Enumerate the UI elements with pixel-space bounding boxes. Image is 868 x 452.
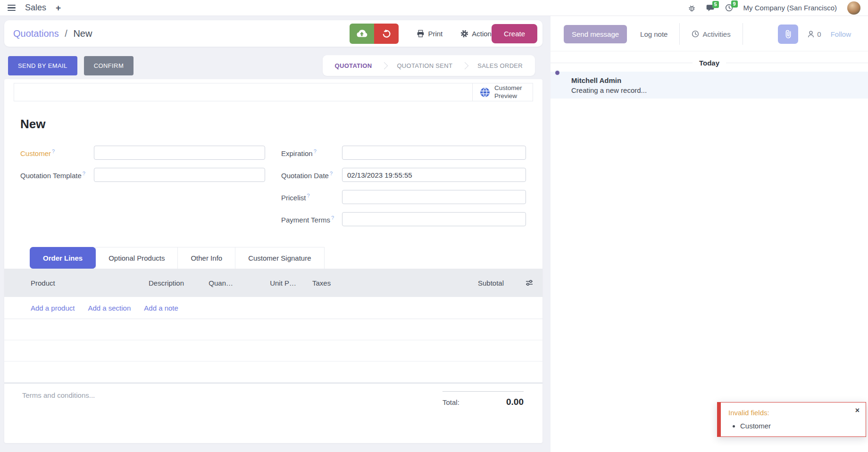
tab-other-info[interactable]: Other Info (177, 247, 235, 269)
discard-button[interactable] (374, 24, 399, 44)
quotation-date-label: Quotation Date? (281, 171, 342, 180)
order-lines-header: Product Description Quan… Unit P… Taxes … (4, 269, 542, 297)
create-button[interactable]: Create (492, 24, 537, 43)
breadcrumb-quotations[interactable]: Quotations (13, 28, 59, 39)
print-label: Print (428, 30, 442, 38)
save-button[interactable] (350, 24, 374, 44)
divider (679, 23, 680, 45)
sheet-footer: Terms and conditions... Total: 0.00 (4, 383, 542, 407)
follow-button[interactable]: Follow (831, 30, 851, 38)
total-value: 0.00 (506, 397, 524, 407)
tab-customer-signature[interactable]: Customer Signature (235, 247, 324, 269)
record-title: New (20, 117, 533, 131)
chevron-right-icon (381, 62, 388, 69)
person-icon (808, 31, 814, 38)
column-options-icon[interactable] (504, 279, 535, 286)
payment-terms-input[interactable] (342, 212, 526, 226)
terms-and-conditions-input[interactable]: Terms and conditions... (22, 391, 95, 399)
column-product: Product (31, 279, 149, 287)
help-marker: ? (314, 148, 317, 154)
log-note-button[interactable]: Log note (640, 30, 668, 38)
action-label: Action (472, 30, 492, 38)
chatter-message: Mitchell Admin Creating a new record... (551, 72, 868, 99)
add-a-section-link[interactable]: Add a section (88, 304, 131, 312)
schedule-activity-button[interactable]: Activities (692, 30, 730, 38)
column-quantity: Quan… (191, 279, 233, 287)
status-row: SEND BY EMAIL CONFIRM QUOTATION QUOTATIO… (4, 55, 542, 76)
followers-button[interactable]: 0 (808, 30, 821, 38)
invalid-fields-toast: Invalid fields: × Customer (717, 402, 866, 437)
payment-terms-label: Payment Terms? (281, 215, 342, 224)
activities-label: Activities (702, 30, 730, 38)
message-author: Mitchell Admin (571, 76, 647, 84)
pricelist-input[interactable] (342, 190, 526, 204)
customer-preview-button[interactable]: Customer Preview (472, 83, 533, 101)
gear-icon (460, 30, 468, 38)
breadcrumb: Quotations / New (13, 28, 350, 39)
field-grid: Customer? Quotation Template? Expiration… (14, 146, 533, 234)
stage-quotation-sent[interactable]: QUOTATION SENT (387, 62, 462, 69)
column-unit-price: Unit P… (243, 279, 296, 287)
action-menu-button[interactable]: Action (460, 30, 492, 38)
help-marker: ? (330, 171, 333, 176)
notebook-tabs: Order Lines Optional Products Other Info… (30, 247, 533, 269)
expiration-label: Expiration? (281, 148, 342, 157)
top-navbar: Sales + 5 9 My Company (San Francisco) (0, 0, 868, 16)
expiration-input[interactable] (342, 146, 526, 160)
help-marker: ? (307, 193, 310, 198)
send-by-email-button[interactable]: SEND BY EMAIL (8, 56, 77, 75)
chevron-right-icon (461, 62, 469, 69)
main-content-column: Quotations / New Print Action Create (0, 16, 547, 443)
status-dot (554, 70, 560, 76)
stage-pipeline: QUOTATION QUOTATION SENT SALES ORDER (323, 55, 535, 76)
add-a-note-link[interactable]: Add a note (144, 304, 178, 312)
empty-line-row (4, 340, 542, 362)
customer-preview-label: Customer Preview (494, 84, 526, 99)
help-marker: ? (331, 215, 334, 221)
toast-close-icon[interactable]: × (855, 407, 860, 414)
print-button[interactable]: Print (417, 30, 442, 38)
debug-icon[interactable] (688, 4, 696, 12)
messages-menu[interactable]: 5 (706, 4, 715, 12)
date-group-today: Today (551, 59, 868, 67)
paperclip-icon (785, 29, 792, 39)
breadcrumb-separator: / (65, 28, 67, 39)
globe-icon (480, 87, 490, 98)
column-subtotal: Subtotal (384, 279, 504, 287)
column-taxes: Taxes (296, 279, 384, 287)
tab-order-lines[interactable]: Order Lines (30, 247, 96, 269)
quotation-template-input[interactable] (94, 168, 265, 182)
pricelist-label: Pricelist? (281, 193, 342, 202)
send-message-button[interactable]: Send message (564, 25, 627, 43)
toast-title: Invalid fields: (728, 409, 859, 417)
menu-icon[interactable] (8, 5, 16, 11)
stage-quotation[interactable]: QUOTATION (326, 62, 382, 69)
message-count-badge: 5 (712, 1, 719, 8)
empty-line-row (4, 319, 542, 340)
customer-input[interactable] (94, 146, 265, 160)
add-a-product-link[interactable]: Add a product (31, 304, 75, 312)
quotation-date-input[interactable] (342, 168, 526, 182)
total-label: Total: (442, 398, 459, 406)
form-sheet: Customer Preview New Customer? Quotation… (4, 79, 542, 443)
tab-optional-products[interactable]: Optional Products (95, 247, 178, 269)
activity-count-badge: 9 (731, 0, 738, 8)
add-line-row: Add a product Add a section Add a note (4, 297, 542, 319)
app-menu-sales[interactable]: Sales (25, 3, 46, 13)
stage-sales-order[interactable]: SALES ORDER (468, 62, 532, 69)
cloud-upload-icon (356, 28, 368, 39)
undo-icon (382, 29, 392, 39)
user-avatar[interactable] (847, 1, 860, 15)
company-switcher[interactable]: My Company (San Francisco) (743, 4, 837, 12)
printer-icon (417, 30, 425, 38)
confirm-button[interactable]: CONFIRM (84, 56, 134, 75)
quotation-template-label: Quotation Template? (20, 171, 94, 180)
breadcrumb-current: New (73, 28, 92, 39)
attach-file-button[interactable] (778, 25, 798, 44)
activities-menu[interactable]: 9 (725, 4, 733, 12)
help-marker: ? (83, 171, 85, 176)
help-marker: ? (52, 148, 55, 154)
new-tab-button[interactable]: + (56, 3, 61, 13)
invalid-field-item: Customer (740, 422, 859, 430)
chatter-toolbar: Send message Log note Activities 0 Follo… (551, 16, 868, 51)
